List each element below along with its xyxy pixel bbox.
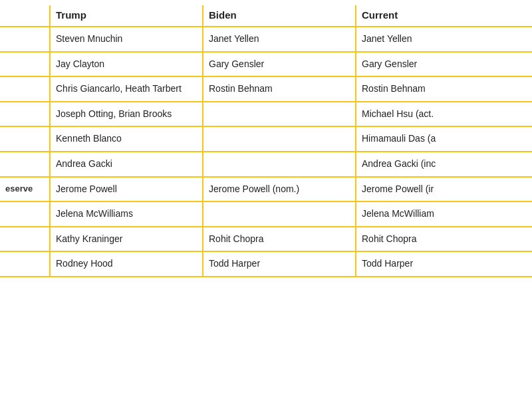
cell-current: Todd Harper — [356, 251, 532, 277]
cell-trump: Kathy Kraninger — [50, 227, 203, 252]
cell-current: Himamauli Das (a — [356, 126, 532, 152]
cell-biden: Rostin Behnam — [203, 76, 356, 102]
cell-trump: Chris Giancarlo, Heath Tarbert — [50, 76, 203, 102]
cell-row-label — [0, 27, 50, 52]
cell-row-label — [0, 201, 50, 227]
cell-trump: Steven Mnuchin — [50, 27, 203, 52]
table-row: Kathy KraningerRohit ChopraRohit Chopra — [0, 227, 532, 252]
header-row-label — [0, 5, 50, 27]
cell-row-label — [0, 152, 50, 177]
header-row: Trump Biden Current — [0, 5, 532, 27]
officials-table: Trump Biden Current Steven MnuchinJanet … — [0, 5, 532, 277]
cell-biden: Rohit Chopra — [203, 227, 356, 252]
cell-row-label — [0, 52, 50, 77]
cell-biden: Todd Harper — [203, 251, 356, 277]
cell-biden: Jerome Powell (nom.) — [203, 177, 356, 202]
cell-trump: Joseph Otting, Brian Brooks — [50, 102, 203, 127]
cell-biden — [203, 152, 356, 177]
header-current: Current — [356, 5, 532, 27]
cell-current: Janet Yellen — [356, 27, 532, 52]
cell-current: Jelena McWilliam — [356, 201, 532, 227]
table-body: Steven MnuchinJanet YellenJanet YellenJa… — [0, 27, 532, 277]
cell-trump: Rodney Hood — [50, 251, 203, 277]
cell-biden: Janet Yellen — [203, 27, 356, 52]
cell-row-label — [0, 126, 50, 152]
main-container: Trump Biden Current Steven MnuchinJanet … — [0, 0, 532, 399]
cell-current: Rostin Behnam — [356, 76, 532, 102]
header-trump: Trump — [50, 5, 203, 27]
header-biden: Biden — [203, 5, 356, 27]
cell-biden — [203, 201, 356, 227]
cell-current: Jerome Powell (ir — [356, 177, 532, 202]
cell-current: Gary Gensler — [356, 52, 532, 77]
cell-trump: Jelena McWilliams — [50, 201, 203, 227]
table-row: Steven MnuchinJanet YellenJanet Yellen — [0, 27, 532, 52]
cell-biden — [203, 102, 356, 127]
cell-trump: Andrea Gacki — [50, 152, 203, 177]
cell-biden: Gary Gensler — [203, 52, 356, 77]
cell-row-label — [0, 251, 50, 277]
table-row: Jay ClaytonGary GenslerGary Gensler — [0, 52, 532, 77]
cell-current: Andrea Gacki (inc — [356, 152, 532, 177]
cell-trump: Jay Clayton — [50, 52, 203, 77]
table-row: Chris Giancarlo, Heath TarbertRostin Beh… — [0, 76, 532, 102]
cell-row-label — [0, 76, 50, 102]
table-row: Andrea GackiAndrea Gacki (inc — [0, 152, 532, 177]
table-row: Jelena McWilliamsJelena McWilliam — [0, 201, 532, 227]
cell-current: Michael Hsu (act. — [356, 102, 532, 127]
cell-row-label: eserve — [0, 177, 50, 202]
cell-trump: Kenneth Blanco — [50, 126, 203, 152]
table-row: Rodney HoodTodd HarperTodd Harper — [0, 251, 532, 277]
cell-row-label — [0, 102, 50, 127]
cell-trump: Jerome Powell — [50, 177, 203, 202]
table-row: Kenneth BlancoHimamauli Das (a — [0, 126, 532, 152]
cell-current: Rohit Chopra — [356, 227, 532, 252]
cell-biden — [203, 126, 356, 152]
table-row: Joseph Otting, Brian BrooksMichael Hsu (… — [0, 102, 532, 127]
cell-row-label — [0, 227, 50, 252]
table-row: eserveJerome PowellJerome Powell (nom.)J… — [0, 177, 532, 202]
